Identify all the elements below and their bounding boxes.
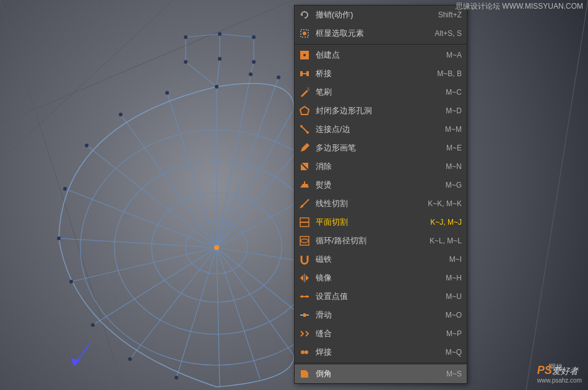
svg-point-45 <box>128 357 132 361</box>
svg-point-48 <box>277 76 280 79</box>
mirror-icon <box>297 271 312 285</box>
svg-point-39 <box>119 113 123 116</box>
stitch-icon <box>297 326 312 341</box>
svg-point-54 <box>252 60 256 64</box>
svg-line-1 <box>0 0 173 161</box>
svg-line-6 <box>121 115 217 248</box>
menu-item-close-hole[interactable]: 封闭多边形孔洞M~D <box>295 102 467 120</box>
menu-label: 设置点值 <box>316 291 446 302</box>
menu-item-iron[interactable]: 熨烫M~G <box>295 176 467 194</box>
menu-shortcut: M~P <box>446 329 462 338</box>
menu-item-stitch[interactable]: 缝合M~P <box>295 324 467 343</box>
dissolve-icon <box>297 159 312 174</box>
svg-line-11 <box>93 248 217 325</box>
svg-point-50 <box>218 32 222 36</box>
menu-item-line-cut[interactable]: 线性切割K~K, M~K <box>295 194 467 213</box>
menu-item-set-point[interactable]: 设置点值M~U <box>295 287 467 306</box>
menu-item-weld[interactable]: 焊接M~Q <box>295 343 467 362</box>
svg-point-88 <box>305 350 308 354</box>
menu-label: 磁铁 <box>316 254 449 265</box>
connect-icon <box>297 122 312 137</box>
menu-shortcut: K~L, M~L <box>430 236 462 245</box>
watermark-bottom: PS爱好者 www.psahz.com <box>537 364 582 384</box>
undo-icon <box>297 7 312 22</box>
menu-item-loop-cut[interactable]: 循环/路径切割K~L, M~L <box>295 232 467 250</box>
menu-label: 镜像 <box>316 272 446 284</box>
svg-rect-77 <box>300 236 309 245</box>
menu-label: 线性切割 <box>316 198 428 209</box>
menu-label: 笔刷 <box>316 87 446 98</box>
svg-point-38 <box>165 91 169 95</box>
menu-item-connect[interactable]: 连接点/边M~M <box>295 120 467 139</box>
menu-shortcut: M~N <box>446 162 462 171</box>
menu-shortcut: M~O <box>446 311 462 319</box>
svg-point-52 <box>184 60 188 64</box>
menu-label: 桥接 <box>316 68 437 79</box>
menu-shortcut: M~M <box>445 125 462 134</box>
menu-item-poly-pen[interactable]: 多边形画笔M~E <box>295 139 467 157</box>
svg-line-8 <box>65 189 217 248</box>
menu-shortcut: M~C <box>446 88 462 97</box>
svg-point-41 <box>63 187 67 191</box>
svg-line-2 <box>0 0 294 124</box>
svg-point-42 <box>57 236 61 240</box>
set-point-icon <box>297 289 312 304</box>
menu-item-magnet[interactable]: 磁铁M~I <box>295 250 467 269</box>
svg-line-12 <box>130 248 217 359</box>
create-point-icon <box>297 48 312 63</box>
menu-shortcut: M~B, B <box>437 69 462 78</box>
svg-line-15 <box>217 248 260 379</box>
mesh-vertices <box>57 32 280 379</box>
menu-item-brush[interactable]: 笔刷M~C <box>295 83 467 102</box>
svg-line-32 <box>220 34 254 37</box>
menu-label: 多边形画笔 <box>316 142 446 154</box>
svg-point-74 <box>301 205 303 207</box>
menu-label: 滑动 <box>316 310 446 321</box>
menu-item-dissolve[interactable]: 消除M~N <box>295 157 467 176</box>
brush-icon <box>297 85 312 100</box>
svg-line-14 <box>217 248 220 387</box>
svg-rect-63 <box>306 71 309 76</box>
svg-marker-66 <box>300 106 309 115</box>
magnet-icon <box>297 252 312 267</box>
menu-item-slide[interactable]: 滑动M~O <box>295 306 467 324</box>
svg-line-7 <box>87 145 217 248</box>
line-cut-icon <box>297 196 312 211</box>
svg-point-44 <box>91 323 95 327</box>
menu-item-create-point[interactable]: 创建点M~A <box>295 46 467 64</box>
svg-point-53 <box>218 57 222 61</box>
svg-point-36 <box>214 245 219 250</box>
menu-label: 封闭多边形孔洞 <box>316 105 446 116</box>
svg-point-84 <box>306 295 308 298</box>
watermark-top: 思缘设计论坛 WWW.MISSYUAN.COM <box>456 1 583 12</box>
menu-item-plane-cut[interactable]: 平面切割K~J, M~J <box>295 213 467 232</box>
menu-item-bridge[interactable]: 桥接M~B, B <box>295 64 467 83</box>
svg-line-33 <box>186 62 217 87</box>
menu-item-undo[interactable]: 撤销(动作)Shift+Z <box>295 6 467 24</box>
menu-label: 平面切割 <box>316 217 430 228</box>
menu-label: 连接点/边 <box>316 124 445 135</box>
menu-shortcut: M~E <box>446 144 462 152</box>
menu-item-mirror[interactable]: 镜像M~H <box>295 269 467 287</box>
menu-item-frame-select[interactable]: 框显选取元素Alt+S, S <box>295 24 467 43</box>
svg-line-34 <box>217 59 220 87</box>
weld-icon <box>297 345 312 360</box>
menu-label: 缝合 <box>316 328 446 339</box>
menu-shortcut: M~G <box>446 181 462 189</box>
svg-line-20 <box>217 155 294 248</box>
context-menu: 撤销(动作)Shift+Z框显选取元素Alt+S, S创建点M~A桥接M~B, … <box>294 5 467 384</box>
svg-point-46 <box>175 376 178 379</box>
loop-cut-icon <box>297 233 312 248</box>
svg-point-87 <box>301 350 305 354</box>
menu-divider <box>295 363 467 363</box>
svg-line-69 <box>301 126 308 132</box>
menu-label: 消除 <box>316 161 446 172</box>
svg-marker-79 <box>300 275 303 281</box>
svg-point-78 <box>301 239 308 243</box>
svg-line-19 <box>217 204 294 248</box>
menu-divider <box>295 44 467 45</box>
svg-point-37 <box>215 85 218 89</box>
menu-item-bevel[interactable]: 倒角M~S <box>295 365 467 383</box>
svg-line-35 <box>251 62 254 74</box>
svg-line-0 <box>0 0 124 390</box>
